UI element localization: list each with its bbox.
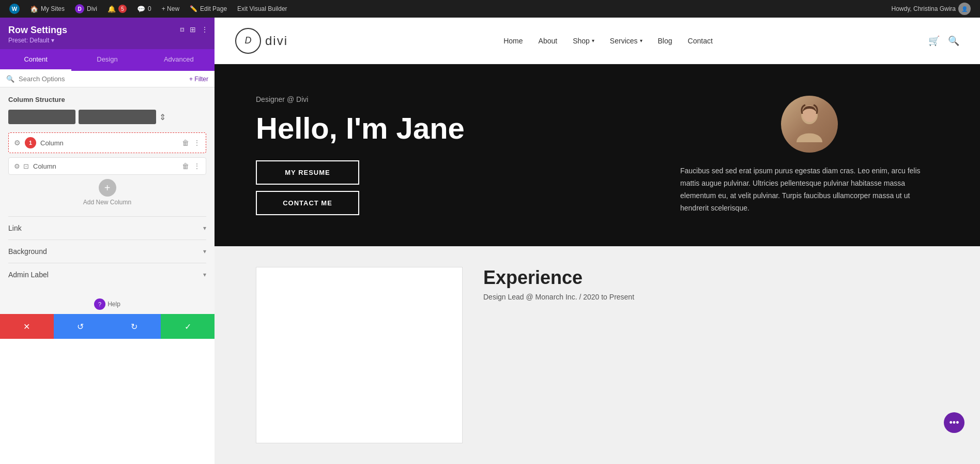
undo-button[interactable]: ↺ <box>54 314 108 339</box>
exit-builder-item[interactable]: Exit Visual Builder <box>232 0 293 18</box>
divi-label: Divi <box>87 5 97 12</box>
redo-button[interactable]: ↻ <box>108 314 161 339</box>
column-row-2: ⚙ ⊡ Column 🗑 ⋮ <box>8 157 206 175</box>
background-chevron-icon: ▾ <box>203 248 206 255</box>
search-nav-icon[interactable]: 🔍 <box>948 35 959 47</box>
new-item[interactable]: + New <box>157 0 185 18</box>
nav-icons: 🛒 🔍 <box>928 35 959 47</box>
col-gear-icon-1[interactable]: ⚙ <box>14 139 21 147</box>
panel-header: ⧈ ⊞ ⋮ Row Settings Preset: Default ▾ <box>0 18 215 49</box>
col-more-icon-1[interactable]: ⋮ <box>193 139 201 147</box>
col-more-icon-2[interactable]: ⋮ <box>193 162 201 170</box>
save-icon: ✓ <box>185 322 191 332</box>
column-badge-1: 1 <box>25 137 36 148</box>
tab-advanced[interactable]: Advanced <box>143 49 215 71</box>
undo-icon: ↺ <box>77 322 84 332</box>
cancel-button[interactable]: ✕ <box>0 314 54 339</box>
background-accordion: Background ▾ <box>8 240 206 263</box>
more-icon[interactable]: ⋮ <box>201 25 208 34</box>
panel-content: Column Structure ⇕ ⚙ 1 Column 🗑 ⋮ <box>0 87 215 294</box>
new-label: + New <box>162 5 179 12</box>
help-button[interactable]: ? <box>94 298 105 310</box>
services-chevron-icon: ▾ <box>640 38 642 43</box>
panel-preset[interactable]: Preset: Default ▾ <box>8 37 206 44</box>
logo-symbol: D <box>245 35 252 46</box>
tab-design[interactable]: Design <box>71 49 143 71</box>
filter-button[interactable]: + Filter <box>189 76 208 83</box>
logo-text: divi <box>265 34 288 48</box>
my-sites-item[interactable]: 🏠 My Sites <box>25 0 70 18</box>
filter-label: + Filter <box>189 76 208 83</box>
wp-logo-item[interactable]: W <box>4 0 25 18</box>
collapse-icon[interactable]: ⧈ <box>180 25 185 34</box>
comment-count-item[interactable]: 🔔 5 <box>102 0 132 18</box>
comment-zero-item[interactable]: 💬 0 <box>132 0 157 18</box>
link-chevron-icon: ▾ <box>203 224 206 232</box>
lower-left-panel <box>256 267 463 443</box>
column-label-1: Column <box>40 139 178 147</box>
logo-circle: D <box>235 28 261 54</box>
hero-subtitle: Designer @ Divi <box>256 95 680 103</box>
right-content: D divi Home About Shop ▾ Services ▾ <box>215 18 980 464</box>
link-accordion: Link ▾ <box>8 216 206 240</box>
contact-button[interactable]: CONTACT ME <box>256 191 359 215</box>
search-input[interactable] <box>19 75 185 83</box>
hero-buttons: MY RESUME CONTACT ME <box>256 160 359 215</box>
my-sites-label: My Sites <box>41 5 65 12</box>
col-row-2-actions: 🗑 ⋮ <box>182 162 201 170</box>
wordpress-icon: W <box>9 4 20 14</box>
tab-content[interactable]: Content <box>0 49 71 71</box>
nav-blog[interactable]: Blog <box>658 37 672 45</box>
help-label: Help <box>108 301 120 308</box>
hero-avatar <box>781 96 838 153</box>
floating-dots-button[interactable]: ••• <box>944 412 964 433</box>
search-icon: 🔍 <box>6 75 14 83</box>
col-block-wide[interactable] <box>8 110 75 124</box>
site-logo: D divi <box>235 28 288 54</box>
panel-bottom-bar: ✕ ↺ ↻ ✓ <box>0 314 215 339</box>
resume-button[interactable]: MY RESUME <box>256 160 359 185</box>
column-label-2: Column <box>33 162 178 170</box>
nav-services[interactable]: Services ▾ <box>610 37 642 45</box>
user-greeting-item[interactable]: Howdy, Christina Gwira 👤 <box>886 3 976 15</box>
divi-item[interactable]: D Divi <box>70 0 102 18</box>
column-row-1: ⚙ 1 Column 🗑 ⋮ <box>8 132 206 153</box>
col-icon-group-2: ⚙ ⊡ <box>14 162 29 170</box>
col-gear-icon-2[interactable]: ⚙ <box>14 162 20 170</box>
hero-title: Hello, I'm Jane <box>256 112 680 145</box>
link-accordion-title: Link <box>8 224 22 232</box>
col-module-icon-2[interactable]: ⊡ <box>23 162 29 170</box>
user-avatar: 👤 <box>958 3 971 15</box>
col-arrow-icon[interactable]: ⇕ <box>159 112 166 122</box>
avatar-placeholder <box>781 96 838 153</box>
col-delete-icon-2[interactable]: 🗑 <box>182 162 189 170</box>
save-button[interactable]: ✓ <box>161 314 215 339</box>
add-column-button[interactable]: + <box>99 179 116 197</box>
col-delete-icon-1[interactable]: 🗑 <box>182 139 189 147</box>
panel-header-icons: ⧈ ⊞ ⋮ <box>180 25 208 34</box>
background-accordion-title: Background <box>8 247 47 256</box>
edit-page-label: Edit Page <box>200 5 227 12</box>
col-block-normal[interactable] <box>79 110 156 124</box>
nav-home[interactable]: Home <box>503 37 523 45</box>
background-accordion-header[interactable]: Background ▾ <box>8 247 206 256</box>
main-wrapper: ⧈ ⊞ ⋮ Row Settings Preset: Default ▾ Con… <box>0 18 980 464</box>
hero-right: Faucibus sed sed erat ipsum purus egesta… <box>680 96 939 214</box>
left-panel: ⧈ ⊞ ⋮ Row Settings Preset: Default ▾ Con… <box>0 18 215 339</box>
nav-about[interactable]: About <box>539 37 558 45</box>
link-accordion-header[interactable]: Link ▾ <box>8 224 206 232</box>
lower-right-panel: Experience Design Lead @ Monarch Inc. / … <box>483 267 918 443</box>
col-row-1-actions: 🗑 ⋮ <box>182 139 201 147</box>
wp-admin-bar: W 🏠 My Sites D Divi 🔔 5 💬 0 + New ✏️ Edi… <box>0 0 980 18</box>
admin-label-accordion-header[interactable]: Admin Label ▾ <box>8 271 206 279</box>
help-area: ? Help <box>0 294 215 314</box>
add-column-label: Add New Column <box>83 199 131 206</box>
nav-shop[interactable]: Shop ▾ <box>573 37 594 45</box>
cart-icon[interactable]: 🛒 <box>928 35 940 47</box>
add-column-area[interactable]: + Add New Column <box>8 179 206 206</box>
layout-icon[interactable]: ⊞ <box>190 25 196 34</box>
shop-chevron-icon: ▾ <box>592 38 594 43</box>
nav-contact[interactable]: Contact <box>688 37 713 45</box>
admin-bar-right: Howdy, Christina Gwira 👤 <box>886 3 976 15</box>
edit-page-item[interactable]: ✏️ Edit Page <box>185 0 232 18</box>
